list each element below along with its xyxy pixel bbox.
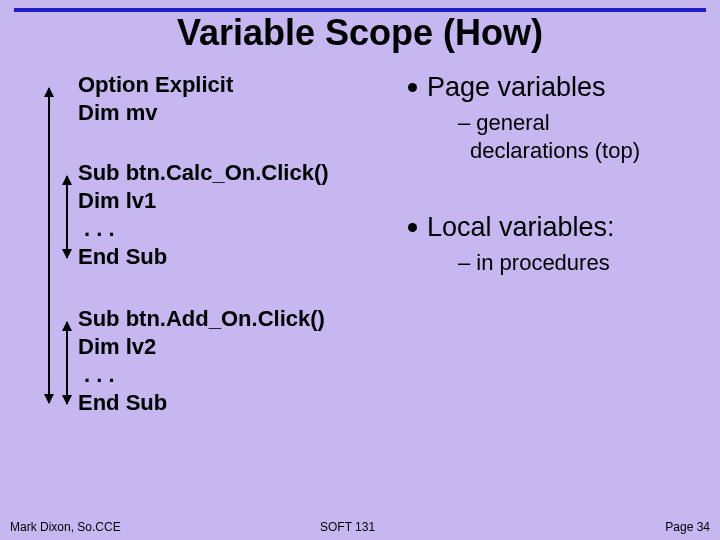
code-line-10: End Sub <box>78 390 167 416</box>
code-line-2: Dim mv <box>78 100 157 126</box>
bullet-dot-icon <box>408 223 417 232</box>
code-line-5: . . . <box>78 216 115 242</box>
code-line-7: Sub btn.Add_On.Click() <box>78 306 325 332</box>
bullet-page-variables: Page variables <box>408 72 606 103</box>
subbullet-in-procedures: – in procedures <box>458 250 610 276</box>
subbullet-general-b: declarations (top) <box>470 138 640 164</box>
code-line-6: End Sub <box>78 244 167 270</box>
subbullet-text: – in procedures <box>458 250 610 276</box>
code-line-4: Dim lv1 <box>78 188 156 214</box>
code-line-9: . . . <box>78 362 115 388</box>
scope-arrow-local-2 <box>66 322 68 404</box>
code-line-1: Option Explicit <box>78 72 233 98</box>
subbullet-text: declarations (top) <box>470 138 640 164</box>
bullet-text: Local variables: <box>427 212 615 243</box>
scope-arrow-page <box>48 88 50 403</box>
code-line-3: Sub btn.Calc_On.Click() <box>78 160 329 186</box>
subbullet-general-a: – general <box>458 110 550 136</box>
footer-left: Mark Dixon, So.CCE <box>10 520 121 534</box>
bullet-dot-icon <box>408 83 417 92</box>
code-line-8: Dim lv2 <box>78 334 156 360</box>
scope-arrow-local-1 <box>66 176 68 258</box>
subbullet-text: – general <box>458 110 550 136</box>
footer-center: SOFT 131 <box>320 520 375 534</box>
bullet-local-variables: Local variables: <box>408 212 615 243</box>
bullet-text: Page variables <box>427 72 606 103</box>
slide-title: Variable Scope (How) <box>0 12 720 54</box>
footer-right: Page 34 <box>665 520 710 534</box>
